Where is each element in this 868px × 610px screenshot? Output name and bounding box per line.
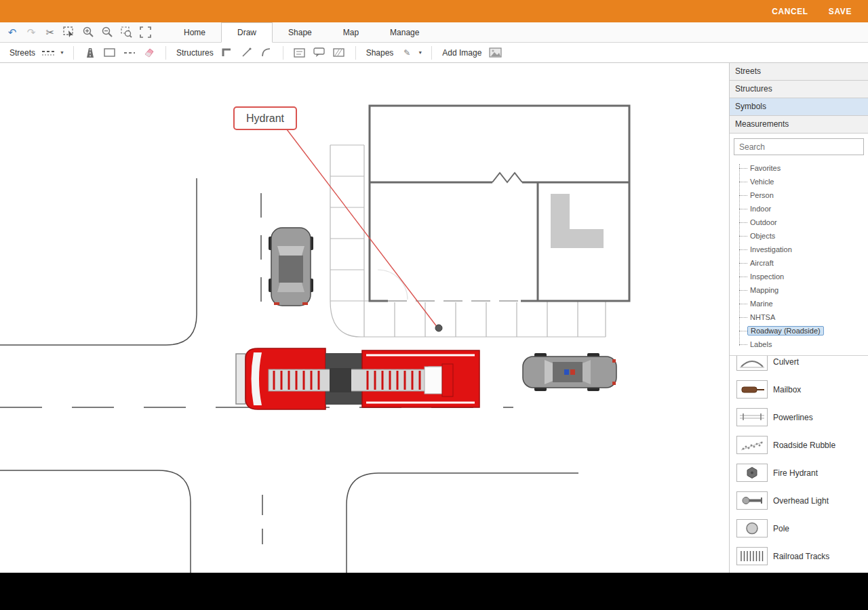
android-nav-bar xyxy=(0,573,868,610)
hydrant-symbol-dot[interactable] xyxy=(435,325,442,331)
quick-actions: ↶ ↷ ✂ xyxy=(0,22,157,42)
tree-item-roadway-roadside[interactable]: Roadway (Roadside) xyxy=(739,324,868,338)
structures-tools-label: Structures xyxy=(176,48,214,58)
cut-icon[interactable]: ✂ xyxy=(42,24,58,41)
tab-home[interactable]: Home xyxy=(168,22,221,42)
drawing-canvas[interactable]: Hydrant xyxy=(0,63,729,573)
tree-item-favorites[interactable]: Favorites xyxy=(739,161,868,175)
tree-item-inspection[interactable]: Inspection xyxy=(739,270,868,283)
symbol-item-powerlines[interactable]: Powerlines xyxy=(730,403,868,431)
door-swing-arc xyxy=(378,270,408,300)
street-line-style-icon[interactable] xyxy=(41,45,56,60)
mailbox-thumbnail xyxy=(736,380,768,399)
symbol-item-overhead-light[interactable]: Overhead Light xyxy=(730,487,868,514)
pole-thumbnail xyxy=(736,519,768,537)
roadside-rubble-thumbnail xyxy=(736,436,768,454)
culvert-thumbnail xyxy=(736,355,768,371)
section-header-structures[interactable]: Structures xyxy=(730,81,868,98)
save-button[interactable]: SAVE xyxy=(829,7,852,16)
tree-item-labels[interactable]: Labels xyxy=(739,338,868,351)
toolbar-separator xyxy=(165,46,166,60)
roadway-tool-icon[interactable] xyxy=(83,45,98,60)
symbol-item-fire-hydrant[interactable]: Fire Hydrant xyxy=(730,459,868,487)
draw-shape-pen-icon[interactable]: ✎ xyxy=(399,45,414,60)
tree-item-marine[interactable]: Marine xyxy=(739,297,868,310)
building-outline[interactable] xyxy=(370,106,629,301)
zoom-out-icon[interactable] xyxy=(99,24,115,41)
tree-item-investigation[interactable]: Investigation xyxy=(739,243,868,256)
police-car[interactable] xyxy=(523,353,616,391)
toolbar-separator xyxy=(355,46,356,60)
tab-map[interactable]: Map xyxy=(328,22,374,42)
shapes-caret-icon[interactable]: ▼ xyxy=(418,50,422,55)
tree-item-aircraft[interactable]: Aircraft xyxy=(739,256,868,270)
tab-manage[interactable]: Manage xyxy=(374,22,435,42)
fit-view-icon[interactable] xyxy=(137,24,153,41)
symbol-library-panel: Streets Structures Symbols Measurements … xyxy=(729,63,868,573)
app-window: CANCEL SAVE ↶ ↷ ✂ Home Dra xyxy=(0,0,868,610)
tab-draw[interactable]: Draw xyxy=(221,22,273,43)
fire-hydrant-thumbnail xyxy=(736,464,768,482)
symbol-search-input[interactable] xyxy=(734,138,864,155)
dimension-tool-icon[interactable] xyxy=(332,45,347,60)
toolbar-separator xyxy=(283,46,283,60)
symbol-list: Culvert Mailbox Powerlines Roadside Rubb… xyxy=(730,355,868,573)
line-tool-icon[interactable] xyxy=(239,45,254,60)
tab-shape[interactable]: Shape xyxy=(273,22,328,42)
fire-truck[interactable] xyxy=(236,348,479,409)
symbol-item-pole[interactable]: Pole xyxy=(730,514,868,542)
symbol-category-tree: Favorites Vehicle Person Indoor Outdoor … xyxy=(739,161,868,351)
wall-tool-icon[interactable] xyxy=(220,45,235,60)
shapes-tools-label: Shapes xyxy=(366,48,394,58)
tree-item-nhtsa[interactable]: NHTSA xyxy=(739,310,868,324)
add-image-label[interactable]: Add Image xyxy=(442,48,481,58)
tree-item-outdoor[interactable]: Outdoor xyxy=(739,216,868,229)
tree-item-person[interactable]: Person xyxy=(739,188,868,202)
symbol-item-railroad-tracks[interactable]: Railroad Tracks xyxy=(730,542,868,570)
add-image-icon[interactable] xyxy=(488,45,502,60)
lane-marking-tool-icon[interactable] xyxy=(122,45,137,60)
symbol-item-mailbox[interactable]: Mailbox xyxy=(730,375,868,403)
l-shaped-object xyxy=(551,194,604,248)
tree-item-mapping[interactable]: Mapping xyxy=(739,283,868,297)
tab-toolbar: ↶ ↷ ✂ Home Draw Shape Map Manage xyxy=(0,22,868,43)
symbol-search xyxy=(730,134,868,159)
top-action-bar: CANCEL SAVE xyxy=(0,0,868,22)
cancel-button[interactable]: CANCEL xyxy=(772,7,808,16)
intersection-tool-icon[interactable] xyxy=(102,45,117,60)
redo-icon[interactable]: ↷ xyxy=(23,24,39,41)
scene-svg: Hydrant xyxy=(0,63,729,573)
street-style-caret-icon[interactable]: ▼ xyxy=(60,50,64,55)
main-tabs: Home Draw Shape Map Manage xyxy=(168,22,435,42)
section-header-symbols[interactable]: Symbols xyxy=(730,98,868,116)
symbol-item-culvert[interactable]: Culvert xyxy=(730,355,868,375)
tree-item-indoor[interactable]: Indoor xyxy=(739,202,868,216)
arc-tool-icon[interactable] xyxy=(259,45,274,60)
toolbar-separator xyxy=(431,46,432,60)
undo-icon[interactable]: ↶ xyxy=(4,24,20,41)
overhead-light-thumbnail xyxy=(736,491,768,510)
streets-tools-label: Streets xyxy=(9,48,35,58)
hydrant-callout-text: Hydrant xyxy=(246,113,285,124)
hydrant-callout-box[interactable]: Hydrant xyxy=(234,107,296,129)
door-symbol xyxy=(492,173,522,182)
toolbar-separator xyxy=(73,46,74,60)
draw-toolbar: Streets ▼ Structures xyxy=(0,43,868,63)
powerlines-thumbnail xyxy=(736,408,768,426)
symbol-item-roadside-rubble[interactable]: Roadside Rubble xyxy=(730,431,868,459)
tree-item-objects[interactable]: Objects xyxy=(739,229,868,243)
section-header-streets[interactable]: Streets xyxy=(730,63,868,81)
section-header-measurements[interactable]: Measurements xyxy=(730,116,868,134)
zoom-in-icon[interactable] xyxy=(80,24,96,41)
text-box-tool-icon[interactable] xyxy=(292,45,307,60)
tree-item-vehicle[interactable]: Vehicle xyxy=(739,175,868,188)
zoom-selection-icon[interactable] xyxy=(118,24,134,41)
parked-car[interactable] xyxy=(269,228,313,306)
select-icon[interactable] xyxy=(61,24,77,41)
railroad-tracks-thumbnail xyxy=(736,547,768,565)
callout-tool-icon[interactable] xyxy=(312,45,327,60)
eraser-tool-icon[interactable] xyxy=(142,45,157,60)
